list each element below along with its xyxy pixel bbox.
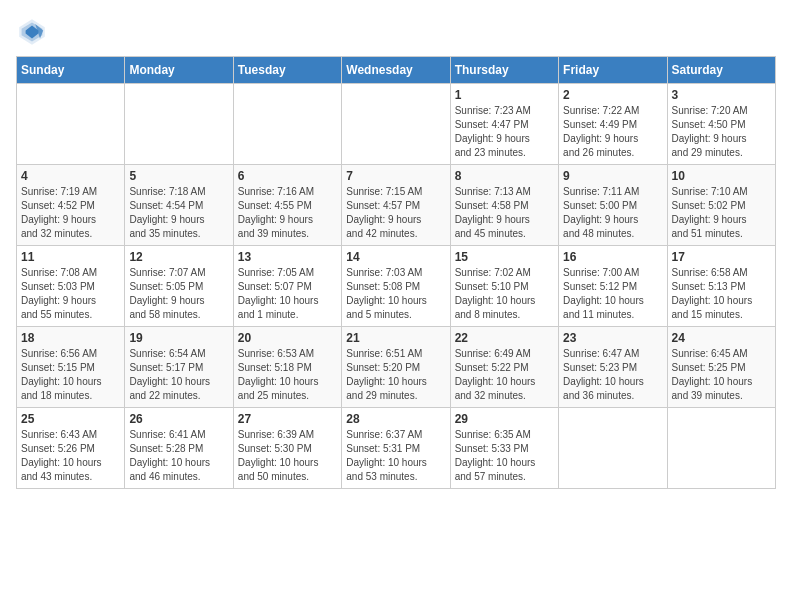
- day-number: 22: [455, 331, 554, 345]
- calendar-cell: [559, 408, 667, 489]
- day-info: Sunrise: 7:10 AM Sunset: 5:02 PM Dayligh…: [672, 185, 771, 241]
- calendar-cell: 4Sunrise: 7:19 AM Sunset: 4:52 PM Daylig…: [17, 165, 125, 246]
- page-header: [16, 16, 776, 48]
- day-number: 12: [129, 250, 228, 264]
- calendar-cell: 25Sunrise: 6:43 AM Sunset: 5:26 PM Dayli…: [17, 408, 125, 489]
- calendar-cell: [233, 84, 341, 165]
- calendar-cell: 23Sunrise: 6:47 AM Sunset: 5:23 PM Dayli…: [559, 327, 667, 408]
- day-number: 29: [455, 412, 554, 426]
- day-number: 19: [129, 331, 228, 345]
- calendar-cell: 22Sunrise: 6:49 AM Sunset: 5:22 PM Dayli…: [450, 327, 558, 408]
- day-info: Sunrise: 6:47 AM Sunset: 5:23 PM Dayligh…: [563, 347, 662, 403]
- day-info: Sunrise: 6:53 AM Sunset: 5:18 PM Dayligh…: [238, 347, 337, 403]
- day-info: Sunrise: 7:11 AM Sunset: 5:00 PM Dayligh…: [563, 185, 662, 241]
- day-info: Sunrise: 7:13 AM Sunset: 4:58 PM Dayligh…: [455, 185, 554, 241]
- day-info: Sunrise: 6:37 AM Sunset: 5:31 PM Dayligh…: [346, 428, 445, 484]
- day-info: Sunrise: 6:45 AM Sunset: 5:25 PM Dayligh…: [672, 347, 771, 403]
- day-info: Sunrise: 7:07 AM Sunset: 5:05 PM Dayligh…: [129, 266, 228, 322]
- calendar-week-row: 11Sunrise: 7:08 AM Sunset: 5:03 PM Dayli…: [17, 246, 776, 327]
- day-number: 21: [346, 331, 445, 345]
- day-number: 13: [238, 250, 337, 264]
- day-info: Sunrise: 7:00 AM Sunset: 5:12 PM Dayligh…: [563, 266, 662, 322]
- calendar-cell: 28Sunrise: 6:37 AM Sunset: 5:31 PM Dayli…: [342, 408, 450, 489]
- day-number: 5: [129, 169, 228, 183]
- calendar-week-row: 18Sunrise: 6:56 AM Sunset: 5:15 PM Dayli…: [17, 327, 776, 408]
- calendar-cell: 24Sunrise: 6:45 AM Sunset: 5:25 PM Dayli…: [667, 327, 775, 408]
- calendar-cell: 5Sunrise: 7:18 AM Sunset: 4:54 PM Daylig…: [125, 165, 233, 246]
- day-number: 9: [563, 169, 662, 183]
- day-info: Sunrise: 6:51 AM Sunset: 5:20 PM Dayligh…: [346, 347, 445, 403]
- day-info: Sunrise: 6:49 AM Sunset: 5:22 PM Dayligh…: [455, 347, 554, 403]
- day-info: Sunrise: 7:22 AM Sunset: 4:49 PM Dayligh…: [563, 104, 662, 160]
- calendar-cell: 7Sunrise: 7:15 AM Sunset: 4:57 PM Daylig…: [342, 165, 450, 246]
- day-info: Sunrise: 7:16 AM Sunset: 4:55 PM Dayligh…: [238, 185, 337, 241]
- header-thursday: Thursday: [450, 57, 558, 84]
- calendar-cell: 2Sunrise: 7:22 AM Sunset: 4:49 PM Daylig…: [559, 84, 667, 165]
- day-info: Sunrise: 7:20 AM Sunset: 4:50 PM Dayligh…: [672, 104, 771, 160]
- day-info: Sunrise: 6:54 AM Sunset: 5:17 PM Dayligh…: [129, 347, 228, 403]
- day-number: 3: [672, 88, 771, 102]
- header-sunday: Sunday: [17, 57, 125, 84]
- day-number: 10: [672, 169, 771, 183]
- header-monday: Monday: [125, 57, 233, 84]
- calendar-cell: [17, 84, 125, 165]
- day-number: 15: [455, 250, 554, 264]
- day-number: 2: [563, 88, 662, 102]
- day-number: 6: [238, 169, 337, 183]
- day-number: 20: [238, 331, 337, 345]
- day-info: Sunrise: 6:43 AM Sunset: 5:26 PM Dayligh…: [21, 428, 120, 484]
- calendar-cell: 18Sunrise: 6:56 AM Sunset: 5:15 PM Dayli…: [17, 327, 125, 408]
- day-number: 17: [672, 250, 771, 264]
- logo: [16, 16, 52, 48]
- calendar-cell: 26Sunrise: 6:41 AM Sunset: 5:28 PM Dayli…: [125, 408, 233, 489]
- calendar-cell: 11Sunrise: 7:08 AM Sunset: 5:03 PM Dayli…: [17, 246, 125, 327]
- calendar-cell: 14Sunrise: 7:03 AM Sunset: 5:08 PM Dayli…: [342, 246, 450, 327]
- calendar-cell: 6Sunrise: 7:16 AM Sunset: 4:55 PM Daylig…: [233, 165, 341, 246]
- calendar-cell: 29Sunrise: 6:35 AM Sunset: 5:33 PM Dayli…: [450, 408, 558, 489]
- day-info: Sunrise: 7:18 AM Sunset: 4:54 PM Dayligh…: [129, 185, 228, 241]
- calendar-week-row: 4Sunrise: 7:19 AM Sunset: 4:52 PM Daylig…: [17, 165, 776, 246]
- calendar-cell: [125, 84, 233, 165]
- calendar-cell: [667, 408, 775, 489]
- day-number: 14: [346, 250, 445, 264]
- day-info: Sunrise: 7:19 AM Sunset: 4:52 PM Dayligh…: [21, 185, 120, 241]
- day-info: Sunrise: 7:23 AM Sunset: 4:47 PM Dayligh…: [455, 104, 554, 160]
- calendar-week-row: 1Sunrise: 7:23 AM Sunset: 4:47 PM Daylig…: [17, 84, 776, 165]
- day-number: 4: [21, 169, 120, 183]
- day-number: 11: [21, 250, 120, 264]
- calendar-cell: 12Sunrise: 7:07 AM Sunset: 5:05 PM Dayli…: [125, 246, 233, 327]
- header-wednesday: Wednesday: [342, 57, 450, 84]
- calendar-cell: 9Sunrise: 7:11 AM Sunset: 5:00 PM Daylig…: [559, 165, 667, 246]
- calendar-cell: [342, 84, 450, 165]
- day-info: Sunrise: 7:03 AM Sunset: 5:08 PM Dayligh…: [346, 266, 445, 322]
- header-saturday: Saturday: [667, 57, 775, 84]
- day-info: Sunrise: 7:08 AM Sunset: 5:03 PM Dayligh…: [21, 266, 120, 322]
- day-info: Sunrise: 7:15 AM Sunset: 4:57 PM Dayligh…: [346, 185, 445, 241]
- calendar-cell: 15Sunrise: 7:02 AM Sunset: 5:10 PM Dayli…: [450, 246, 558, 327]
- calendar-cell: 8Sunrise: 7:13 AM Sunset: 4:58 PM Daylig…: [450, 165, 558, 246]
- day-number: 25: [21, 412, 120, 426]
- header-tuesday: Tuesday: [233, 57, 341, 84]
- day-number: 28: [346, 412, 445, 426]
- day-number: 7: [346, 169, 445, 183]
- day-number: 26: [129, 412, 228, 426]
- day-number: 27: [238, 412, 337, 426]
- calendar-cell: 3Sunrise: 7:20 AM Sunset: 4:50 PM Daylig…: [667, 84, 775, 165]
- calendar-cell: 10Sunrise: 7:10 AM Sunset: 5:02 PM Dayli…: [667, 165, 775, 246]
- day-info: Sunrise: 7:02 AM Sunset: 5:10 PM Dayligh…: [455, 266, 554, 322]
- calendar-cell: 19Sunrise: 6:54 AM Sunset: 5:17 PM Dayli…: [125, 327, 233, 408]
- day-info: Sunrise: 6:58 AM Sunset: 5:13 PM Dayligh…: [672, 266, 771, 322]
- header-friday: Friday: [559, 57, 667, 84]
- day-number: 18: [21, 331, 120, 345]
- calendar-table: Sunday Monday Tuesday Wednesday Thursday…: [16, 56, 776, 489]
- calendar-header-row: Sunday Monday Tuesday Wednesday Thursday…: [17, 57, 776, 84]
- day-number: 23: [563, 331, 662, 345]
- day-number: 24: [672, 331, 771, 345]
- day-number: 1: [455, 88, 554, 102]
- calendar-cell: 16Sunrise: 7:00 AM Sunset: 5:12 PM Dayli…: [559, 246, 667, 327]
- day-info: Sunrise: 7:05 AM Sunset: 5:07 PM Dayligh…: [238, 266, 337, 322]
- calendar-cell: 20Sunrise: 6:53 AM Sunset: 5:18 PM Dayli…: [233, 327, 341, 408]
- day-info: Sunrise: 6:39 AM Sunset: 5:30 PM Dayligh…: [238, 428, 337, 484]
- day-number: 8: [455, 169, 554, 183]
- calendar-cell: 13Sunrise: 7:05 AM Sunset: 5:07 PM Dayli…: [233, 246, 341, 327]
